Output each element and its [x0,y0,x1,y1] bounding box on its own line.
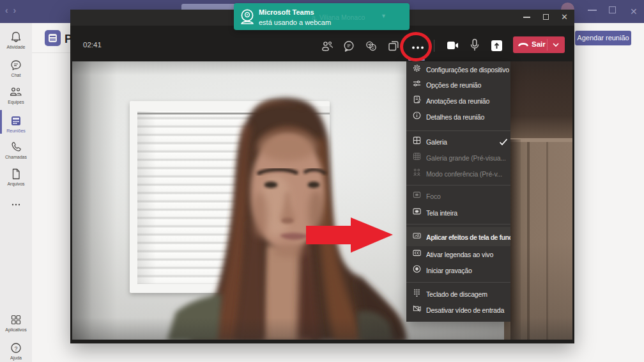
svg-text:?: ? [14,345,17,352]
